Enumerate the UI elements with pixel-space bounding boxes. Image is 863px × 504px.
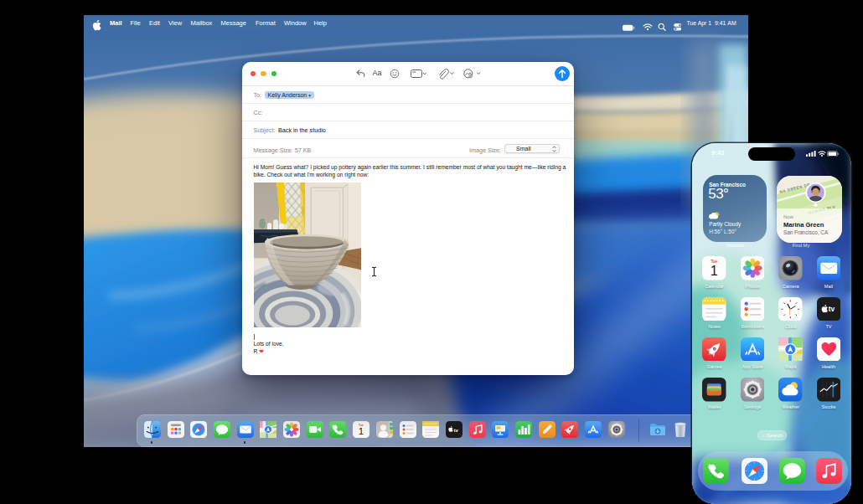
svg-text:1: 1 (711, 264, 718, 279)
svg-text:tv: tv (828, 305, 835, 313)
svg-text:tv: tv (453, 427, 458, 432)
svg-text:1: 1 (359, 426, 364, 436)
